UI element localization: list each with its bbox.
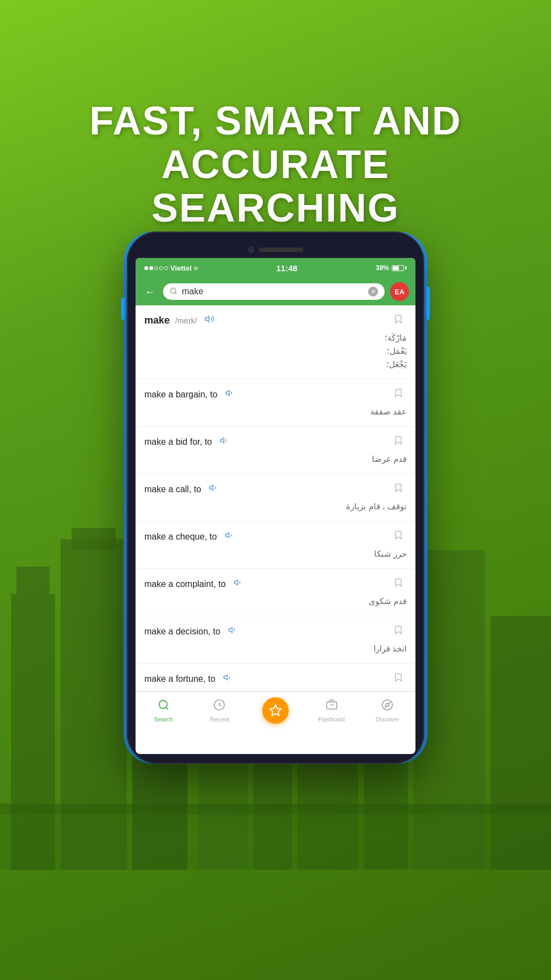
word-text: make a cheque, to — [144, 532, 217, 542]
word-text: make a decision, to — [144, 627, 220, 637]
word-text: make — [144, 315, 170, 326]
result-row: make a cheque, to — [144, 529, 407, 544]
arabic-translation: مَارْكَة؛يَعْمَل؛يَجْعَل؛ — [144, 331, 407, 371]
word-phonetic: /meɪk/ — [175, 316, 197, 325]
bookmark-button[interactable] — [390, 529, 407, 544]
nav-item-translate[interactable] — [247, 692, 304, 730]
sound-button[interactable] — [207, 482, 220, 496]
nav-item-flashcard[interactable]: Flashcard — [304, 692, 360, 730]
result-row: make a call, to — [144, 482, 407, 497]
status-right: 38% — [376, 264, 407, 272]
sound-button[interactable] — [231, 577, 245, 591]
signal-dot-4 — [159, 266, 163, 270]
result-row: make a bid for, to — [144, 434, 407, 449]
svg-point-34 — [382, 700, 392, 710]
search-header: ← make ✕ EA — [136, 278, 415, 305]
bookmark-button[interactable] — [390, 387, 407, 402]
search-input[interactable]: make — [182, 287, 364, 297]
bookmark-button[interactable] — [390, 624, 407, 639]
nav-item-recent[interactable]: Recent — [192, 692, 248, 730]
svg-line-20 — [175, 292, 177, 294]
result-item: make a cheque, to — [136, 521, 415, 569]
results-list: make /meɪk/ — [136, 305, 415, 691]
word-text: make a bid for, to — [144, 437, 212, 447]
arabic-translation: قدم شكوى — [144, 595, 407, 608]
battery-percent: 38% — [376, 264, 389, 272]
sound-button[interactable] — [226, 624, 239, 638]
clear-icon: ✕ — [371, 288, 376, 295]
arabic-translation: اتخذ قرارا — [144, 642, 407, 655]
signal-indicator — [144, 266, 168, 270]
result-item: make a call, to — [136, 474, 415, 521]
bookmark-button[interactable] — [390, 313, 407, 328]
nav-label-discover: Discover — [376, 716, 399, 723]
word-text: make a bargain, to — [144, 390, 218, 400]
result-item: make a bid for, to — [136, 427, 415, 474]
signal-dot-5 — [164, 266, 168, 270]
search-input-wrapper[interactable]: make ✕ — [163, 283, 385, 300]
result-left: make /meɪk/ — [144, 313, 390, 328]
svg-point-19 — [171, 288, 176, 293]
result-left: make a bid for, to — [144, 435, 390, 449]
signal-dot-1 — [144, 266, 148, 270]
result-item: make a fortune, to — [136, 664, 415, 691]
sound-button[interactable] — [202, 313, 217, 328]
svg-rect-32 — [326, 702, 336, 709]
result-left: make a decision, to — [144, 624, 390, 638]
result-row: make a complaint, to — [144, 577, 407, 591]
nav-label-search: Search — [154, 716, 173, 723]
word-text: make a call, to — [144, 484, 201, 494]
user-avatar[interactable]: EA — [390, 282, 409, 301]
result-left: make a bargain, to — [144, 387, 390, 401]
svg-marker-24 — [209, 485, 213, 490]
word-text: make a complaint, to — [144, 579, 226, 589]
recent-nav-icon — [213, 699, 225, 714]
nav-item-discover[interactable]: Discover — [359, 692, 415, 730]
battery-bar — [392, 265, 404, 271]
clear-button[interactable]: ✕ — [368, 287, 378, 297]
flashcard-nav-icon — [326, 699, 338, 714]
arabic-translation: قدم عرضا — [144, 453, 407, 466]
arabic-translation: توقف ، قام بزيارة — [144, 500, 407, 513]
sound-button[interactable] — [223, 387, 236, 401]
svg-point-29 — [159, 701, 168, 709]
sound-button[interactable] — [221, 672, 234, 686]
status-bar: Viettel ≈ 11:48 38% — [136, 258, 415, 278]
result-left: make a fortune, to — [144, 672, 390, 686]
result-item: make a decision, to — [136, 616, 415, 664]
result-item: make a bargain, to — [136, 379, 415, 427]
svg-marker-26 — [234, 580, 237, 585]
back-button[interactable]: ← — [142, 286, 158, 298]
sound-button[interactable] — [218, 435, 231, 449]
svg-marker-22 — [226, 390, 229, 395]
svg-rect-18 — [0, 815, 551, 870]
phone-speaker — [259, 247, 303, 252]
phone-screen: Viettel ≈ 11:48 38% ← — [136, 258, 415, 754]
battery-tip — [405, 266, 407, 270]
translate-fab[interactable] — [262, 697, 289, 724]
bookmark-button[interactable] — [390, 434, 407, 449]
phone-mockup: Viettel ≈ 11:48 38% ← — [127, 231, 424, 764]
status-left: Viettel ≈ — [144, 264, 198, 272]
result-left: make a complaint, to — [144, 577, 390, 591]
signal-dot-3 — [154, 266, 158, 270]
phone-outer: Viettel ≈ 11:48 38% ← — [127, 231, 424, 764]
bookmark-button[interactable] — [390, 577, 407, 591]
svg-marker-23 — [220, 438, 224, 443]
result-item: make /meɪk/ — [136, 305, 415, 379]
phone-notch — [136, 241, 415, 258]
svg-marker-28 — [224, 675, 227, 680]
front-camera — [248, 246, 255, 253]
nav-item-search[interactable]: Search — [136, 692, 192, 730]
result-row: make a decision, to — [144, 624, 407, 639]
result-row: make a fortune, to — [144, 671, 407, 686]
discover-nav-icon — [381, 699, 393, 714]
sound-button[interactable] — [223, 530, 236, 543]
bookmark-button[interactable] — [390, 671, 407, 686]
svg-marker-25 — [225, 532, 229, 537]
battery-indicator — [392, 265, 407, 271]
svg-marker-21 — [206, 316, 209, 322]
bookmark-button[interactable] — [390, 482, 407, 497]
result-item: make a complaint, to — [136, 569, 415, 616]
arabic-translation: حرر شيكا — [144, 547, 407, 561]
